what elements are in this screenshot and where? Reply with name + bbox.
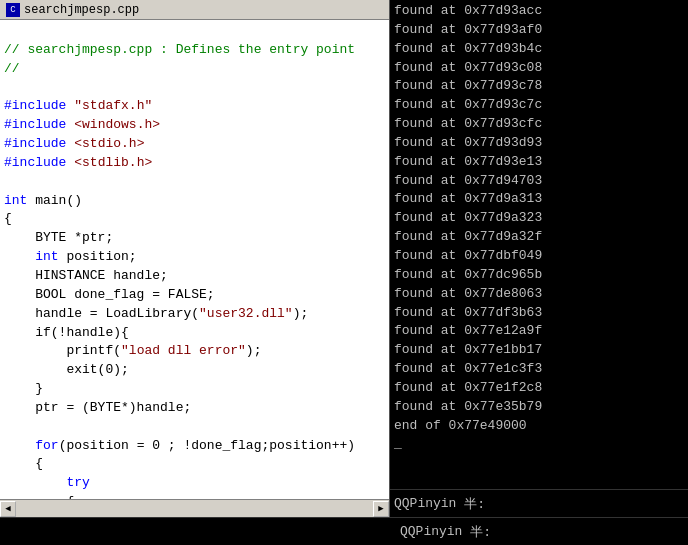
bottom-bar: QQPinyin 半: — [0, 517, 688, 545]
code-content[interactable]: // searchjmpesp.cpp : Defines the entry … — [0, 20, 389, 499]
code-int: int — [4, 193, 27, 208]
code-comment-2: // — [4, 61, 20, 76]
file-icon: C — [6, 3, 20, 17]
bottom-half-label: 半: — [470, 523, 491, 541]
bottom-bar-right: QQPinyin 半: — [396, 523, 682, 541]
code-title-label: searchjmpesp.cpp — [24, 3, 139, 17]
main-container: C searchjmpesp.cpp // searchjmpesp.cpp :… — [0, 0, 688, 517]
console-half-label: 半: — [464, 495, 485, 513]
bottom-pinyin-label: QQPinyin — [400, 524, 462, 539]
console-line-1: found at 0x77d93acc found at 0x77d93af0 … — [394, 3, 542, 433]
code-include-1: #include — [4, 98, 66, 113]
scroll-right-button[interactable]: ▶ — [373, 501, 389, 517]
code-pane: C searchjmpesp.cpp // searchjmpesp.cpp :… — [0, 0, 390, 517]
console-input-bar: QQPinyin 半: — [390, 489, 688, 517]
code-title-bar: C searchjmpesp.cpp — [0, 0, 389, 20]
code-include-4: #include — [4, 155, 66, 170]
code-scrollbar-area: ◀ ▶ — [0, 499, 389, 517]
code-include-2: #include — [4, 117, 66, 132]
code-comment-1: // searchjmpesp.cpp : Defines the entry … — [4, 42, 355, 57]
console-pane: found at 0x77d93acc found at 0x77d93af0 … — [390, 0, 688, 517]
scroll-left-button[interactable]: ◀ — [0, 501, 16, 517]
console-cursor: _ — [394, 436, 402, 451]
h-scroll-track[interactable] — [16, 501, 373, 517]
code-include-3: #include — [4, 136, 66, 151]
console-pinyin-label: QQPinyin — [394, 496, 456, 511]
console-output: found at 0x77d93acc found at 0x77d93af0 … — [390, 0, 688, 489]
